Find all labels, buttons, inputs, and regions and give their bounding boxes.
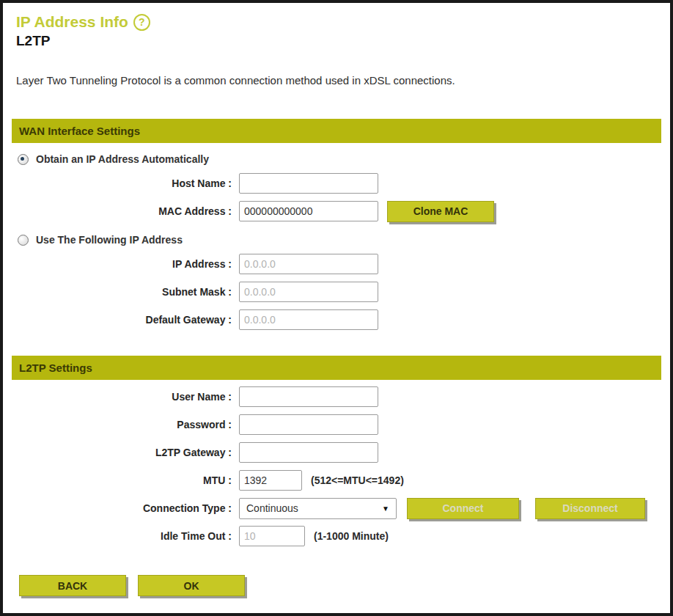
connect-button: Connect	[407, 498, 519, 519]
idle-timeout-row: Idle Time Out : (1-1000 Minute)	[3, 525, 670, 547]
section-header-l2tp: L2TP Settings	[12, 356, 661, 380]
radio-row-use-static: Use The Following IP Address	[18, 232, 670, 247]
mac-address-input[interactable]	[239, 201, 378, 221]
idle-timeout-label: Idle Time Out :	[3, 530, 239, 542]
default-gateway-row: Default Gateway :	[3, 309, 670, 331]
subnet-mask-row: Subnet Mask :	[3, 281, 670, 303]
mac-address-row: MAC Address : Clone MAC	[3, 200, 670, 222]
mac-address-label: MAC Address :	[3, 205, 239, 217]
ok-button[interactable]: OK	[138, 575, 245, 596]
help-icon[interactable]: ?	[133, 14, 150, 31]
ip-address-input	[239, 254, 378, 274]
password-input[interactable]	[239, 414, 378, 435]
section-header-wan: WAN Interface Settings	[12, 119, 661, 143]
password-label: Password :	[3, 419, 239, 430]
clone-mac-button[interactable]: Clone MAC	[387, 201, 494, 222]
host-name-row: Host Name :	[3, 172, 670, 194]
host-name-input[interactable]	[239, 173, 378, 194]
idle-timeout-input	[239, 526, 305, 546]
user-name-row: User Name :	[3, 386, 670, 408]
mtu-label: MTU :	[3, 474, 239, 486]
idle-timeout-hint: (1-1000 Minute)	[314, 530, 389, 542]
page-subtitle: L2TP	[16, 33, 670, 49]
user-name-input[interactable]	[239, 386, 378, 407]
subnet-mask-input	[239, 282, 378, 302]
description-text: Layer Two Tunneling Protocol is a common…	[16, 74, 670, 87]
chevron-down-icon: ▼	[382, 505, 389, 513]
disconnect-button: Disconnect	[535, 498, 645, 519]
ip-address-label: IP Address :	[3, 258, 239, 270]
radio-use-static[interactable]	[18, 235, 29, 246]
mtu-input[interactable]	[239, 470, 302, 491]
mtu-row: MTU : (512<=MTU<=1492)	[3, 469, 670, 491]
l2tp-gateway-row: L2TP Gateway :	[3, 441, 670, 463]
l2tp-gateway-input[interactable]	[239, 442, 378, 463]
page-title: IP Address Info	[16, 13, 128, 31]
host-name-label: Host Name :	[3, 177, 239, 189]
radio-use-static-label: Use The Following IP Address	[36, 234, 183, 246]
l2tp-config-page: IP Address Info ? L2TP Layer Two Tunneli…	[0, 0, 673, 616]
connection-type-row: Connection Type : Continuous ▼ Connect D…	[3, 497, 670, 519]
default-gateway-label: Default Gateway :	[3, 314, 239, 326]
connection-type-value: Continuous	[246, 502, 298, 514]
ip-address-row: IP Address :	[3, 253, 670, 275]
default-gateway-input	[239, 309, 378, 330]
footer-buttons: BACK OK	[19, 575, 670, 596]
user-name-label: User Name :	[3, 391, 239, 403]
l2tp-gateway-label: L2TP Gateway :	[3, 447, 239, 458]
back-button[interactable]: BACK	[19, 575, 126, 596]
radio-row-obtain-auto: Obtain an IP Address Automatically	[18, 152, 670, 166]
mtu-hint: (512<=MTU<=1492)	[311, 474, 404, 486]
radio-obtain-auto-label: Obtain an IP Address Automatically	[36, 153, 209, 165]
page-header: IP Address Info ? L2TP	[3, 13, 670, 49]
subnet-mask-label: Subnet Mask :	[3, 286, 239, 298]
password-row: Password :	[3, 414, 670, 436]
radio-obtain-auto[interactable]	[18, 154, 29, 165]
connection-type-select[interactable]: Continuous ▼	[239, 498, 397, 519]
connection-type-label: Connection Type :	[3, 502, 239, 514]
